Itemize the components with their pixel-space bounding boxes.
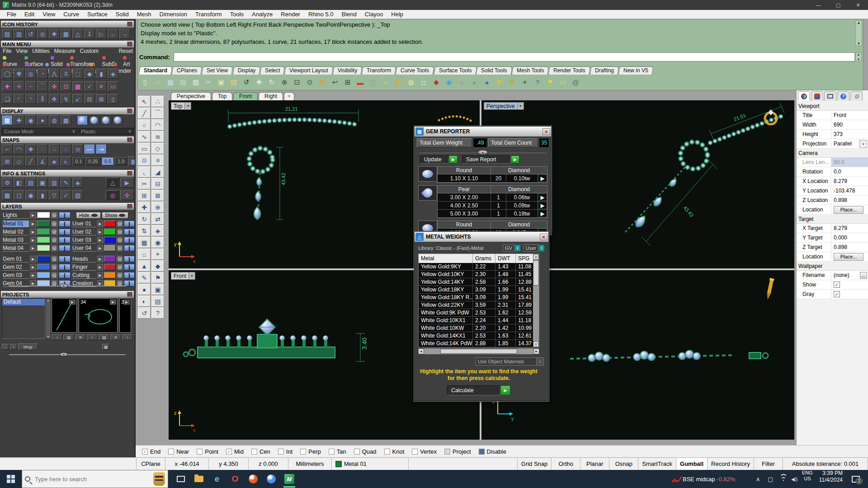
minimize-button[interactable]: — xyxy=(808,0,828,10)
snap-icon[interactable]: ⌐ xyxy=(2,144,13,154)
viewport-front-label[interactable]: Front▼ xyxy=(171,272,195,280)
toolbar-tab-cplanes[interactable]: CPlanes xyxy=(172,66,203,75)
shade-mode-dropdown[interactable]: Plastic∨ xyxy=(79,128,134,135)
drill-icon[interactable]: ↧ xyxy=(84,29,95,39)
play-icon[interactable]: ▶ xyxy=(511,155,519,164)
tab-help[interactable]: ? xyxy=(837,91,849,101)
zoom-extents-icon[interactable]: ⊠ xyxy=(316,76,328,88)
layer-name[interactable]: User 03 xyxy=(72,237,96,244)
layer-row-user-04[interactable]: User 04▶❙ xyxy=(72,244,135,252)
panel-menu-view[interactable]: View xyxy=(16,48,28,54)
search-promo-icon[interactable] xyxy=(153,472,165,486)
side-tool-icon-12[interactable]: ◟ xyxy=(138,166,151,178)
project-item-default[interactable]: Default xyxy=(2,299,45,305)
side-tool-icon-0[interactable]: ⇖ xyxy=(138,96,151,107)
promote-icon[interactable]: ↑ xyxy=(122,334,133,340)
taskbar-search[interactable] xyxy=(22,470,168,488)
tool-icon[interactable]: ◝ xyxy=(25,94,36,104)
layer-visible-toggle[interactable]: ❙ xyxy=(59,272,71,278)
layer-visible-toggle[interactable]: ❙ xyxy=(59,245,71,251)
toolbar-tab-set-view[interactable]: Set View xyxy=(202,66,233,75)
stock-ticker-widget[interactable]: BSE midcap -0.82% xyxy=(672,470,735,488)
side-tool-icon-16[interactable]: ⊞ xyxy=(138,190,151,201)
toggle-smarttrack[interactable]: SmartTrack xyxy=(638,458,676,470)
osnap-int[interactable]: Int xyxy=(278,448,292,455)
tool-icon[interactable]: ⊡ xyxy=(61,81,71,91)
menu-file[interactable]: File xyxy=(3,11,20,18)
move-icon[interactable]: ▬ xyxy=(354,76,366,88)
use-object-materials-toggle[interactable]: Use Object Materials○ xyxy=(475,357,544,366)
tool-icon[interactable]: ⬚ xyxy=(72,69,83,79)
side-tool-icon-3[interactable]: ⌒ xyxy=(151,108,164,119)
status-x[interactable]: x -46.014 xyxy=(165,458,209,470)
nav-forward-icon[interactable]: → xyxy=(119,29,130,39)
clock[interactable]: 3:39 PM11/4/2024 xyxy=(816,470,843,488)
prop-value[interactable]: 0.898 xyxy=(831,243,868,252)
tool-icon[interactable]: ◈ xyxy=(108,69,118,79)
side-tool-icon-33[interactable]: ▣ xyxy=(151,284,164,295)
checkbox-icon[interactable] xyxy=(329,449,335,455)
layer-name[interactable]: User 02 xyxy=(72,229,96,235)
save-icon[interactable]: ▦ xyxy=(165,76,176,88)
viewport-tab-right[interactable]: Right xyxy=(259,92,283,100)
layer-row-gem-03[interactable]: Gem 03▶❙ xyxy=(3,272,71,279)
layer-visible-toggle[interactable]: ❙ xyxy=(59,221,71,227)
info-icon[interactable]: ◧ xyxy=(14,178,24,188)
weight-icon[interactable]: △ xyxy=(72,29,83,39)
menu-mesh[interactable]: Mesh xyxy=(133,11,156,18)
layer-row-user-02[interactable]: User 02▶❙ xyxy=(72,228,135,235)
calculate-button[interactable]: Calculate ▶ xyxy=(447,385,510,395)
layer-color-swatch[interactable] xyxy=(37,245,50,251)
layer-visible-toggle[interactable]: ❙ xyxy=(59,256,71,262)
spiral-icon[interactable]: @ xyxy=(570,76,581,88)
scroll-down-icon[interactable]: ∨ xyxy=(533,341,539,347)
close-icon[interactable]: ✕ xyxy=(127,137,132,142)
layer-row-gem-02[interactable]: Gem 02▶❙ xyxy=(3,263,71,271)
layer-color-swatch[interactable] xyxy=(37,256,50,262)
viewport-tab-add[interactable]: + xyxy=(284,92,294,100)
tool-icon[interactable]: ⫼ xyxy=(37,94,48,104)
lock-icon[interactable] xyxy=(51,212,58,218)
shade-sphere-icon[interactable] xyxy=(112,115,123,125)
info-icon[interactable]: ◻ xyxy=(14,190,24,200)
tool-icon[interactable]: ◔ xyxy=(37,69,48,79)
side-tool-icon-8[interactable]: ▭ xyxy=(138,143,151,154)
shade-sphere-icon[interactable] xyxy=(100,115,111,125)
delete-icon[interactable]: ✕ xyxy=(75,334,86,340)
checkbox-icon[interactable]: ✓ xyxy=(834,291,840,297)
snap-icon[interactable]: ⊸ xyxy=(96,144,107,154)
layer-name[interactable]: Metal 04 xyxy=(3,245,29,252)
prop-value[interactable]: 690 xyxy=(831,120,868,129)
shade-sphere-icon[interactable] xyxy=(89,115,99,125)
tool-icon[interactable]: ⊟ xyxy=(84,94,95,104)
gear-icon[interactable]: ⚙ xyxy=(506,76,518,88)
close-icon[interactable]: ✕ xyxy=(127,204,132,209)
info-icon[interactable]: ▮ xyxy=(37,190,48,200)
tool-icon[interactable]: ▭ xyxy=(108,81,118,91)
status-layer[interactable]: Metal 01 xyxy=(332,458,409,470)
snap-option-icon[interactable]: ◇ xyxy=(14,156,24,166)
display-mode-icon[interactable]: ◉ xyxy=(25,115,36,125)
snap-option-icon[interactable]: ⟀ xyxy=(61,156,71,166)
tab-properties[interactable] xyxy=(798,91,810,101)
prop-value[interactable]: 0.000 xyxy=(831,233,868,242)
tool-icon[interactable]: ✜ xyxy=(49,81,60,91)
toggle-gumball[interactable]: Gumball xyxy=(676,458,708,470)
info-icon[interactable]: ▤ xyxy=(72,190,83,200)
checkbox-icon[interactable]: ✓ xyxy=(142,449,148,455)
file-explorer-icon[interactable] xyxy=(190,470,208,488)
osnap-disable[interactable]: Disable xyxy=(479,448,506,455)
osnap-end[interactable]: ✓End xyxy=(142,448,160,455)
viewport-top-label[interactable]: Top▼ xyxy=(171,102,191,110)
menu-surface[interactable]: Surface xyxy=(83,11,112,18)
place-button[interactable]: Place... xyxy=(834,253,863,261)
menu-view[interactable]: View xyxy=(38,11,59,18)
play-icon[interactable]: ▶ xyxy=(538,174,547,182)
chevron-down-icon[interactable]: ∨ xyxy=(859,140,867,148)
lock-icon[interactable] xyxy=(117,221,123,227)
layer-color-swatch[interactable] xyxy=(104,221,116,227)
opera-icon[interactable]: O xyxy=(226,470,244,488)
gem-map-icon[interactable]: ▦ xyxy=(61,29,71,39)
metal-row[interactable]: Yellow Gold:10KY2.301.4811.45 xyxy=(419,271,539,278)
toolbar-tab-render-tools[interactable]: Render Tools xyxy=(548,66,590,75)
